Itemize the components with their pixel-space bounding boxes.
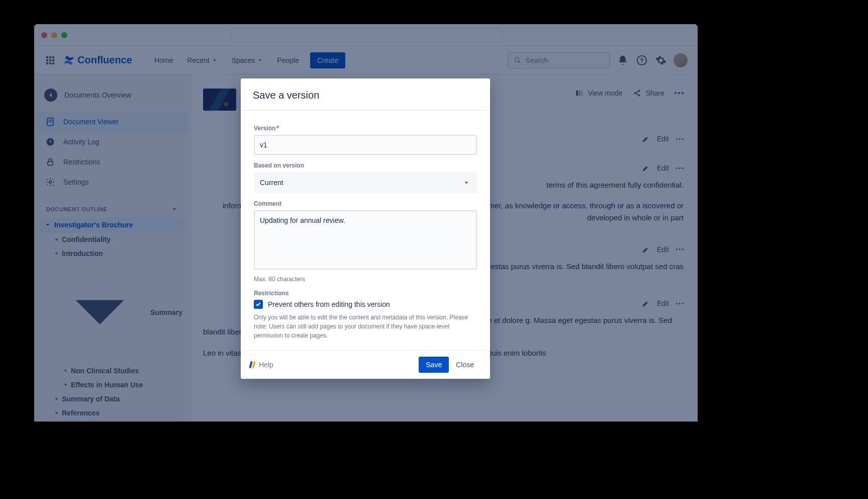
prevent-edit-label: Prevent others from editing this version bbox=[268, 300, 390, 308]
version-input[interactable] bbox=[254, 135, 477, 155]
comment-label: Comment bbox=[254, 200, 477, 207]
based-on-label: Based on version bbox=[254, 162, 477, 169]
version-label: Version* bbox=[254, 125, 477, 132]
field-comment: Comment Max. 80 characters bbox=[254, 200, 477, 283]
based-on-value: Current bbox=[260, 179, 283, 187]
modal-footer: Help Save Close bbox=[241, 350, 490, 379]
help-logo-icon bbox=[250, 361, 255, 368]
restrictions-hint: Only you will be able to edit the the co… bbox=[254, 313, 477, 340]
based-on-select[interactable]: Current bbox=[254, 172, 477, 193]
comment-textarea[interactable] bbox=[254, 210, 477, 270]
save-button[interactable]: Save bbox=[419, 357, 449, 373]
restrictions-label: Restrictions bbox=[254, 290, 477, 297]
field-based-on: Based on version Current bbox=[254, 162, 477, 193]
chevron-down-icon bbox=[462, 178, 471, 187]
browser-window: Confluence Home Recent Spaces People Cre… bbox=[34, 24, 698, 422]
save-version-modal: Save a version Version* Based on version… bbox=[241, 78, 490, 379]
help-label: Help bbox=[259, 361, 273, 369]
help-link[interactable]: Help bbox=[250, 361, 273, 369]
field-version: Version* bbox=[254, 125, 477, 155]
checkbox-checked-icon[interactable] bbox=[254, 300, 263, 309]
close-button[interactable]: Close bbox=[449, 357, 481, 373]
modal-title: Save a version bbox=[253, 90, 478, 101]
modal-body: Version* Based on version Current Commen… bbox=[241, 111, 490, 350]
prevent-edit-checkbox-row[interactable]: Prevent others from editing this version bbox=[254, 300, 477, 309]
modal-header: Save a version bbox=[241, 78, 490, 111]
comment-hint: Max. 80 characters bbox=[254, 276, 477, 283]
field-restrictions: Restrictions Prevent others from editing… bbox=[254, 290, 477, 340]
